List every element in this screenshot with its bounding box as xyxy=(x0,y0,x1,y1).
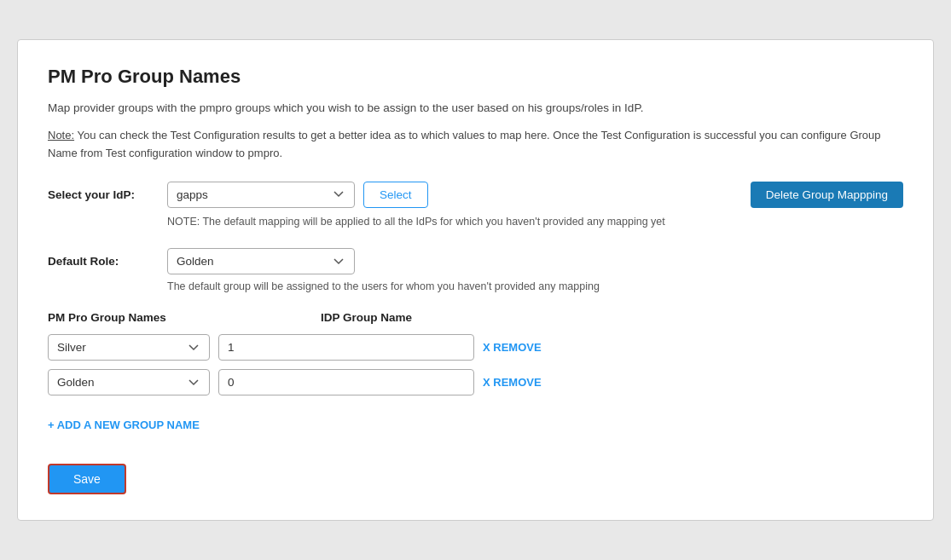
group-mapping-header: PM Pro Group Names IDP Group Name xyxy=(48,311,903,324)
page-title: PM Pro Group Names xyxy=(48,66,903,88)
idp-top-row: gapps Select Delete Group Mappping xyxy=(167,182,903,208)
idp-group-input-1[interactable] xyxy=(218,334,474,361)
remove-link-2[interactable]: X REMOVE xyxy=(483,376,542,389)
default-role-row: Default Role: Golden Silver The default … xyxy=(48,248,903,292)
add-group-link[interactable]: + ADD A NEW GROUP NAME xyxy=(48,419,200,431)
idp-mapping-note: NOTE: The default mapping will be applie… xyxy=(167,214,903,230)
main-card: PM Pro Group Names Map provider groups w… xyxy=(17,39,934,522)
description-text: Map provider groups with the pmpro group… xyxy=(48,100,903,117)
group-row: Silver Golden X REMOVE xyxy=(48,369,903,395)
note-text: Note: You can check the Test Configurati… xyxy=(48,127,903,163)
select-button[interactable]: Select xyxy=(363,182,428,208)
idp-label: Select your IdP: xyxy=(48,182,167,201)
idp-group-input-2[interactable] xyxy=(218,369,474,395)
default-role-note: The default group will be assigned to th… xyxy=(167,280,903,292)
idp-controls: gapps Select Delete Group Mappping NOTE:… xyxy=(167,182,903,230)
pm-group-col-header: PM Pro Group Names xyxy=(48,311,252,324)
idp-select[interactable]: gapps xyxy=(167,182,355,208)
note-body: You can check the Test Configuration res… xyxy=(48,129,881,159)
pm-group-select-1[interactable]: Silver Golden xyxy=(48,334,210,361)
default-role-label: Default Role: xyxy=(48,248,167,268)
group-row: Silver Golden X REMOVE xyxy=(48,334,903,361)
pm-group-select-2[interactable]: Silver Golden xyxy=(48,369,210,395)
delete-group-mapping-button[interactable]: Delete Group Mappping xyxy=(751,182,903,208)
remove-link-1[interactable]: X REMOVE xyxy=(483,341,542,354)
note-label: Note: xyxy=(48,129,74,141)
save-button[interactable]: Save xyxy=(48,464,126,494)
default-role-controls: Golden Silver The default group will be … xyxy=(167,248,903,292)
idp-group-col-header: IDP Group Name xyxy=(321,311,412,324)
default-role-select[interactable]: Golden Silver xyxy=(167,248,355,274)
idp-row: Select your IdP: gapps Select Delete Gro… xyxy=(48,182,903,230)
